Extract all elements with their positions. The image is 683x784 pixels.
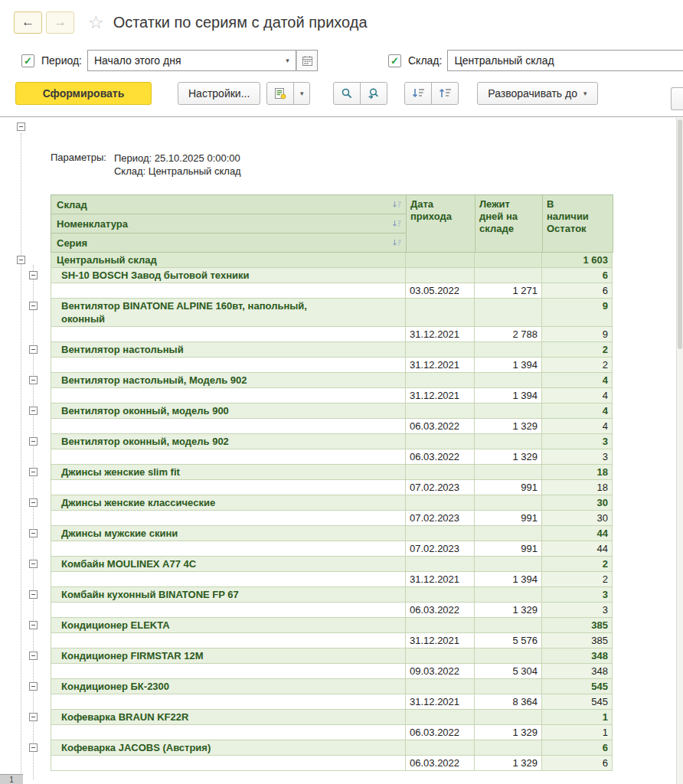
series-qty[interactable]: 4 — [542, 388, 613, 403]
receipt-date[interactable]: 31.12.2021 — [406, 327, 475, 342]
receipt-date[interactable]: 06.03.2022 — [406, 756, 475, 771]
receipt-date[interactable]: 31.12.2021 — [406, 572, 475, 587]
receipt-date[interactable]: 09.03.2022 — [406, 664, 475, 679]
group-name[interactable]: Центральный склад — [51, 253, 406, 268]
collapse-item-icon[interactable] — [29, 621, 38, 629]
series-qty[interactable]: 545 — [542, 694, 613, 710]
series-row[interactable]: 31.12.20211 3942 — [14, 572, 675, 587]
find-next-button[interactable] — [360, 82, 387, 105]
item-row[interactable]: Кондиционер FIRMSTAR 12M348 — [14, 648, 675, 664]
item-row[interactable]: Вентилятор оконный, модель 9023 — [14, 434, 675, 449]
collapse-all-button[interactable] — [404, 82, 432, 105]
item-qty[interactable]: 9 — [542, 299, 613, 327]
item-row[interactable]: Вентилятор настольный2 — [14, 342, 675, 358]
receipt-date[interactable]: 31.12.2021 — [406, 358, 475, 373]
item-qty[interactable]: 3 — [542, 434, 613, 449]
vertical-scrollbar[interactable] — [676, 118, 683, 784]
receipt-date[interactable]: 31.12.2021 — [406, 633, 475, 648]
item-row[interactable]: Кофеварка JACOBS (Австрия)6 — [14, 740, 675, 756]
series-row[interactable]: 06.03.20221 3296 — [14, 756, 675, 771]
item-qty[interactable]: 385 — [542, 618, 613, 633]
series-qty[interactable]: 18 — [542, 480, 613, 495]
days-in-stock[interactable]: 8 364 — [475, 694, 542, 710]
item-qty[interactable]: 6 — [542, 740, 613, 756]
period-calendar-button[interactable] — [296, 50, 318, 71]
item-name[interactable]: Кондиционер ELEKTA — [51, 618, 406, 633]
series-row[interactable]: 06.03.20221 3291 — [14, 725, 675, 740]
receipt-date[interactable]: 07.02.2023 — [406, 541, 475, 557]
item-row[interactable]: SH-10 BOSCH Завод бытовой техники6 — [14, 268, 675, 283]
series-qty[interactable]: 3 — [542, 603, 613, 618]
item-name[interactable]: Комбайн кухонный BINATONE FP 67 — [51, 587, 406, 603]
warehouse-checkbox[interactable]: ✓ — [388, 54, 401, 67]
item-qty[interactable]: 2 — [542, 557, 613, 572]
header-date[interactable]: Дата прихода — [407, 195, 475, 253]
item-row[interactable]: Джинсы мужские скини44 — [14, 526, 675, 541]
settings-button[interactable]: Настройки... — [178, 82, 260, 105]
item-qty[interactable]: 18 — [542, 465, 613, 480]
collapse-item-icon[interactable] — [29, 376, 38, 384]
item-qty[interactable]: 2 — [542, 342, 613, 358]
series-qty[interactable]: 2 — [542, 358, 613, 373]
series-row[interactable]: 31.12.20218 364545 — [14, 694, 675, 710]
item-name[interactable]: Кофеварка BRAUN KF22R — [51, 710, 406, 725]
receipt-date[interactable]: 06.03.2022 — [406, 603, 475, 618]
period-dropdown-icon[interactable]: ▾ — [279, 51, 296, 70]
scrollbar-thumb[interactable] — [678, 119, 682, 349]
receipt-date[interactable]: 06.03.2022 — [406, 725, 475, 740]
collapse-item-icon[interactable] — [29, 302, 38, 310]
series-qty[interactable]: 9 — [542, 327, 613, 342]
series-qty[interactable]: 1 — [542, 725, 613, 740]
days-in-stock[interactable]: 1 394 — [475, 358, 542, 373]
collapse-item-icon[interactable] — [29, 682, 38, 691]
report-variant-dropdown[interactable]: ▾ — [293, 82, 310, 105]
group-row[interactable]: Центральный склад 1 603 — [14, 253, 675, 268]
series-qty[interactable]: 3 — [542, 449, 613, 465]
generate-button[interactable]: Сформировать — [15, 82, 152, 105]
header-days[interactable]: Лежит дней на складе — [475, 195, 543, 253]
item-name[interactable]: SH-10 BOSCH Завод бытовой техники — [51, 268, 406, 283]
series-row[interactable]: 07.02.202399130 — [14, 511, 675, 526]
item-name[interactable]: Вентилятор оконный, модель 902 — [51, 434, 406, 449]
period-value[interactable]: Начало этого дня — [88, 51, 279, 70]
group-total[interactable]: 1 603 — [542, 253, 613, 268]
series-row[interactable]: 06.03.20221 3294 — [14, 419, 675, 434]
receipt-date[interactable]: 07.02.2023 — [406, 511, 475, 526]
receipt-date[interactable]: 06.03.2022 — [406, 419, 475, 434]
favorite-star-icon[interactable]: ☆ — [88, 14, 104, 31]
item-row[interactable]: Кондиционер БК-2300545 — [14, 679, 675, 694]
report-variant-button[interactable] — [266, 82, 294, 105]
item-name[interactable]: Комбайн MOULINEX А77 4C — [51, 557, 406, 572]
item-name[interactable]: Джинсы женские классические — [51, 495, 406, 511]
item-qty[interactable]: 545 — [542, 679, 613, 694]
sort-icon[interactable] — [392, 238, 402, 248]
days-in-stock[interactable]: 5 304 — [475, 664, 542, 679]
series-row[interactable]: 06.03.20221 3293 — [14, 603, 675, 618]
collapse-item-icon[interactable] — [29, 345, 38, 354]
expand-to-button[interactable]: Разворачивать до ▾ — [477, 82, 597, 105]
receipt-date[interactable]: 31.12.2021 — [406, 694, 475, 710]
collapse-item-icon[interactable] — [29, 713, 38, 721]
item-qty[interactable]: 3 — [542, 587, 613, 603]
item-row[interactable]: Джинсы женские slim fit18 — [14, 465, 675, 480]
item-row[interactable]: Кондиционер ELEKTA385 — [14, 618, 675, 633]
header-sklad[interactable]: Склад — [51, 195, 407, 214]
series-qty[interactable]: 30 — [542, 511, 613, 526]
series-row[interactable]: 03.05.20221 2716 — [14, 283, 675, 299]
collapse-item-icon[interactable] — [29, 437, 38, 446]
days-in-stock[interactable]: 991 — [475, 541, 542, 557]
expand-all-button[interactable] — [431, 82, 459, 105]
collapse-item-icon[interactable] — [29, 271, 38, 279]
collapse-item-icon[interactable] — [29, 560, 38, 568]
item-row[interactable]: Кофеварка BRAUN KF22R1 — [14, 710, 675, 725]
days-in-stock[interactable]: 1 329 — [475, 725, 542, 740]
item-qty[interactable]: 44 — [542, 526, 613, 541]
period-combobox[interactable]: Начало этого дня ▾ — [87, 50, 296, 71]
series-qty[interactable]: 2 — [542, 572, 613, 587]
receipt-date[interactable]: 07.02.2023 — [406, 480, 475, 495]
collapse-report-icon[interactable] — [17, 122, 25, 131]
collapse-item-icon[interactable] — [29, 652, 38, 660]
collapse-item-icon[interactable] — [29, 743, 38, 752]
item-row[interactable]: Вентилятор оконный, модель 9004 — [14, 403, 675, 419]
item-qty[interactable]: 348 — [542, 648, 613, 664]
